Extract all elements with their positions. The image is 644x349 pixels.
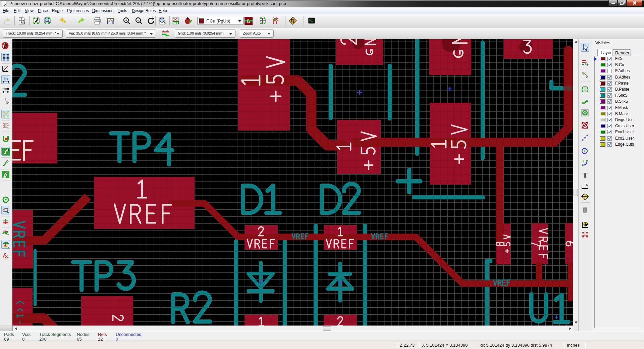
svg-text:N: N	[586, 183, 588, 187]
svg-text:mm: mm	[2, 87, 9, 91]
svg-text:r: r	[4, 65, 5, 68]
svg-text:In: In	[4, 77, 8, 81]
svg-text:T: T	[583, 171, 588, 179]
svg-text:NET: NET	[173, 21, 178, 24]
